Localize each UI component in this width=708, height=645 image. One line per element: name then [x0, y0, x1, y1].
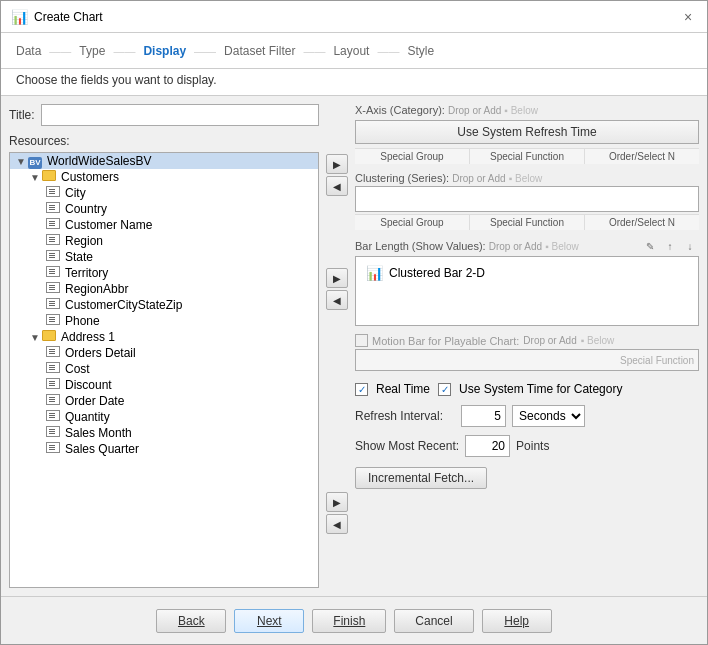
down-icon-button[interactable]: ↓ [681, 238, 699, 254]
tree-label: Quantity [65, 410, 110, 424]
list-item[interactable]: Discount [10, 377, 318, 393]
sep3: —— [194, 45, 216, 57]
tree-toggle[interactable]: ▼ [14, 156, 28, 167]
list-item[interactable]: Sales Month [10, 425, 318, 441]
clustering-tab-special-function[interactable]: Special Function [470, 215, 585, 230]
step-style[interactable]: Style [407, 44, 434, 58]
title-row: Title: [9, 104, 319, 126]
field-icon [46, 186, 62, 200]
refresh-value-input[interactable] [461, 405, 506, 427]
chart-label: Clustered Bar 2-D [389, 266, 485, 280]
add-to-motion-button[interactable]: ▶ [326, 492, 348, 512]
recent-value-input[interactable] [465, 435, 510, 457]
edit-icon-button[interactable]: ✎ [641, 238, 659, 254]
incremental-fetch-button[interactable]: Incremental Fetch... [355, 467, 487, 489]
titlebar: 📊 Create Chart × [1, 1, 707, 33]
list-item[interactable]: Cost [10, 361, 318, 377]
next-button[interactable]: Next [234, 609, 304, 633]
list-item[interactable]: Orders Detail [10, 345, 318, 361]
list-item[interactable]: Customer Name [10, 217, 318, 233]
xaxis-tab-order-select[interactable]: Order/Select N [585, 149, 699, 164]
tree-item-orders[interactable]: ▼ Address 1 [10, 329, 318, 345]
motion-checkbox[interactable] [355, 334, 368, 347]
main-window: 📊 Create Chart × Data —— Type —— Display… [0, 0, 708, 645]
field-icon [46, 234, 62, 248]
tree-item-bv[interactable]: ▼ BV WorldWideSalesBV [10, 153, 318, 169]
folder-icon [42, 170, 58, 184]
list-item[interactable]: City [10, 185, 318, 201]
recent-row: Show Most Recent: Points [355, 433, 699, 459]
title-input[interactable] [41, 104, 319, 126]
use-system-refresh-button[interactable]: Use System Refresh Time [355, 120, 699, 144]
list-item[interactable]: Phone [10, 313, 318, 329]
remove-from-clustering-button[interactable]: ◀ [326, 290, 348, 310]
syscat-label: Use System Time for Category [459, 382, 622, 396]
step-display[interactable]: Display [143, 44, 186, 58]
tree-label: State [65, 250, 93, 264]
list-item[interactable]: CustomerCityStateZip [10, 297, 318, 313]
remove-from-motion-button[interactable]: ◀ [326, 514, 348, 534]
subtitle-bar: Choose the fields you want to display. [1, 69, 707, 96]
clustering-tab-special-group[interactable]: Special Group [355, 215, 470, 230]
cancel-button[interactable]: Cancel [394, 609, 473, 633]
resources-label: Resources: [9, 134, 319, 148]
remove-from-xaxis-button[interactable]: ◀ [326, 176, 348, 196]
tree-item-customers[interactable]: ▼ Customers [10, 169, 318, 185]
field-icon [46, 426, 62, 440]
tree-toggle[interactable]: ▼ [28, 332, 42, 343]
add-to-xaxis-button[interactable]: ▶ [326, 154, 348, 174]
realtime-checkbox[interactable]: ✓ [355, 383, 368, 396]
close-button[interactable]: × [679, 8, 697, 26]
tree-label: Phone [65, 314, 100, 328]
finish-label: Finish [333, 614, 365, 628]
clustering-drop-area[interactable] [355, 186, 699, 212]
refresh-label: Refresh Interval: [355, 409, 455, 423]
field-icon [46, 218, 62, 232]
list-item[interactable]: Country [10, 201, 318, 217]
tree-label: Address 1 [61, 330, 115, 344]
finish-button[interactable]: Finish [312, 609, 386, 633]
step-data[interactable]: Data [16, 44, 41, 58]
folder-icon [42, 330, 58, 344]
motion-header: Motion Bar for Playable Chart: Drop or A… [355, 334, 699, 347]
window-title: Create Chart [34, 10, 103, 24]
field-icon [46, 250, 62, 264]
content-area: Title: Resources: ▼ BV WorldWideSalesBV … [1, 96, 707, 596]
xaxis-tab-special-group[interactable]: Special Group [355, 149, 470, 164]
refresh-unit-select[interactable]: Seconds [512, 405, 585, 427]
list-item[interactable]: RegionAbbr [10, 281, 318, 297]
list-item[interactable]: Region [10, 233, 318, 249]
barlength-header: Bar Length (Show Values): Drop or Add ▪ … [355, 238, 699, 254]
list-item[interactable]: Quantity [10, 409, 318, 425]
back-button[interactable]: Back [156, 609, 226, 633]
barlength-section: Bar Length (Show Values): Drop or Add ▪ … [355, 238, 699, 326]
list-item[interactable]: Sales Quarter [10, 441, 318, 457]
recent-unit: Points [516, 439, 549, 453]
list-item[interactable]: Order Date [10, 393, 318, 409]
help-button[interactable]: Help [482, 609, 552, 633]
titlebar-left: 📊 Create Chart [11, 9, 103, 25]
up-icon-button[interactable]: ↑ [661, 238, 679, 254]
motion-drop-area[interactable]: Special Function [355, 349, 699, 371]
field-icon [46, 266, 62, 280]
xaxis-tabs: Special Group Special Function Order/Sel… [355, 148, 699, 164]
clustering-tabs: Special Group Special Function Order/Sel… [355, 214, 699, 230]
xaxis-tab-special-function[interactable]: Special Function [470, 149, 585, 164]
list-item[interactable]: Territory [10, 265, 318, 281]
add-to-clustering-button[interactable]: ▶ [326, 268, 348, 288]
clustering-tab-order-select[interactable]: Order/Select N [585, 215, 699, 230]
tree-toggle[interactable]: ▼ [28, 172, 42, 183]
field-icon [46, 378, 62, 392]
list-item[interactable]: State [10, 249, 318, 265]
tree-label: Customer Name [65, 218, 152, 232]
bar-chart-icon: 📊 [366, 265, 383, 281]
syscat-checkbox[interactable]: ✓ [438, 383, 451, 396]
field-icon [46, 410, 62, 424]
motion-arrows: ▶ ◀ [326, 492, 348, 534]
step-type[interactable]: Type [79, 44, 105, 58]
step-dataset-filter[interactable]: Dataset Filter [224, 44, 295, 58]
step-layout[interactable]: Layout [333, 44, 369, 58]
clustering-arrows: ▶ ◀ [326, 268, 348, 310]
barlength-drop-area[interactable]: 📊 Clustered Bar 2-D [355, 256, 699, 326]
tree-container[interactable]: ▼ BV WorldWideSalesBV ▼ Customers [9, 152, 319, 588]
